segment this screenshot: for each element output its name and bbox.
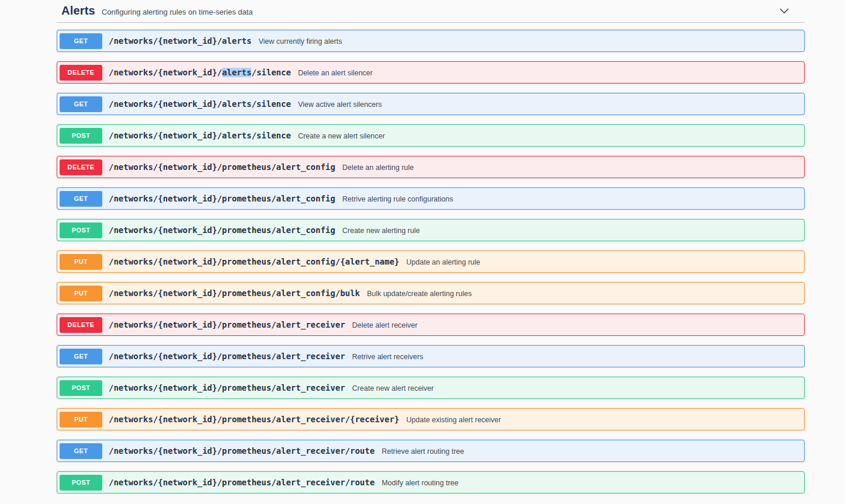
method-badge[interactable]: PUT [60,254,102,270]
section-title: Alerts [61,4,95,18]
method-badge[interactable]: POST [60,380,102,396]
endpoint-description: Bulk update/create alerting rules [367,290,472,298]
endpoint-path[interactable]: /networks/{network_id}/alerts [109,36,251,46]
endpoint-description: Delete an alert silencer [298,69,373,77]
endpoint-path[interactable]: /networks/{network_id}/prometheus/alert_… [109,289,360,298]
endpoint-row[interactable]: POST /networks/{network_id}/prometheus/a… [57,219,805,241]
endpoint-description: Delete alert receiver [352,321,418,329]
method-badge[interactable]: GET [60,443,102,459]
endpoint-description: Create new alerting rule [342,227,420,235]
endpoint-path[interactable]: /networks/{network_id}/prometheus/alert_… [109,415,399,424]
endpoint-path[interactable]: /networks/{network_id}/alerts/silence [109,131,291,140]
endpoint-row[interactable]: GET /networks/{network_id}/prometheus/al… [57,187,805,210]
section-subtitle: Configuring alerting rules on time-serie… [102,6,253,16]
endpoint-description: Delete an alerting rule [342,164,414,172]
endpoint-path[interactable]: /networks/{network_id}/prometheus/alert_… [109,352,345,361]
method-badge[interactable]: GET [60,96,102,112]
section-header[interactable]: Alerts Configuring alerting rules on tim… [57,3,805,23]
endpoint-path[interactable]: /networks/{network_id}/prometheus/alert_… [109,225,335,235]
endpoint-row[interactable]: GET /networks/{network_id}/prometheus/al… [57,345,805,367]
endpoint-row[interactable]: GET /networks/{network_id}/alerts/silenc… [57,93,805,115]
endpoint-path[interactable]: /networks/{network_id}/prometheus/alert_… [109,320,345,329]
endpoint-row[interactable]: DELETE /networks/{network_id}/prometheus… [57,156,805,178]
method-badge[interactable]: GET [60,33,102,49]
endpoint-row[interactable]: DELETE /networks/{network_id}/prometheus… [57,314,805,336]
endpoint-path[interactable]: /networks/{network_id}/alerts/silence [109,68,291,77]
method-badge[interactable]: DELETE [60,159,102,175]
method-badge[interactable]: PUT [60,286,102,301]
endpoint-description: View currently firing alerts [258,37,342,46]
method-badge[interactable]: DELETE [60,65,102,81]
endpoint-row[interactable]: POST /networks/{network_id}/prometheus/a… [57,471,805,493]
endpoint-list: GET /networks/{network_id}/alertsView cu… [57,23,805,493]
collapse-section-button[interactable] [777,5,791,17]
endpoint-description: Retrive alert receivers [352,353,424,361]
endpoint-description: Modify alert routing tree [382,479,458,487]
endpoint-row[interactable]: PUT /networks/{network_id}/prometheus/al… [57,251,805,273]
endpoint-row[interactable]: DELETE /networks/{network_id}/alerts/sil… [57,61,805,84]
endpoint-description: View active alert silencers [298,100,382,109]
method-badge[interactable]: GET [60,191,102,207]
endpoint-row[interactable]: POST /networks/{network_id}/prometheus/a… [57,377,805,399]
endpoint-description: Update an alerting rule [406,258,480,266]
method-badge[interactable]: GET [60,349,102,364]
endpoint-row[interactable]: POST /networks/{network_id}/alerts/silen… [57,124,805,147]
endpoint-path[interactable]: /networks/{network_id}/prometheus/alert_… [109,478,375,487]
endpoint-path[interactable]: /networks/{network_id}/prometheus/alert_… [109,383,345,392]
endpoint-description: Create new alert receiver [352,384,434,392]
endpoint-description: Retrive alerting rule configurations [342,195,453,203]
method-badge[interactable]: DELETE [60,317,102,333]
endpoint-description: Retrieve alert routing tree [382,447,464,456]
endpoint-description: Create a new alert silencer [298,132,385,140]
endpoint-row[interactable]: PUT /networks/{network_id}/prometheus/al… [57,408,805,430]
endpoint-row[interactable]: PUT /networks/{network_id}/prometheus/al… [57,282,805,304]
method-badge[interactable]: POST [60,128,102,144]
endpoint-description: Update existing alert receiver [406,416,501,424]
method-badge[interactable]: POST [60,475,102,491]
endpoint-path[interactable]: /networks/{network_id}/alerts/silence [109,99,291,109]
endpoint-path[interactable]: /networks/{network_id}/prometheus/alert_… [109,446,375,456]
endpoint-row[interactable]: GET /networks/{network_id}/prometheus/al… [57,440,805,462]
endpoint-path[interactable]: /networks/{network_id}/prometheus/alert_… [109,257,399,266]
endpoint-path[interactable]: /networks/{network_id}/prometheus/alert_… [109,194,335,203]
chevron-down-icon [778,6,790,16]
method-badge[interactable]: PUT [60,412,102,427]
endpoint-row[interactable]: GET /networks/{network_id}/alertsView cu… [57,30,805,52]
endpoint-path[interactable]: /networks/{network_id}/prometheus/alert_… [109,162,335,172]
selected-text: alerts [222,68,252,77]
api-docs-section: Alerts Configuring alerting rules on tim… [57,0,805,493]
method-badge[interactable]: POST [60,223,102,238]
